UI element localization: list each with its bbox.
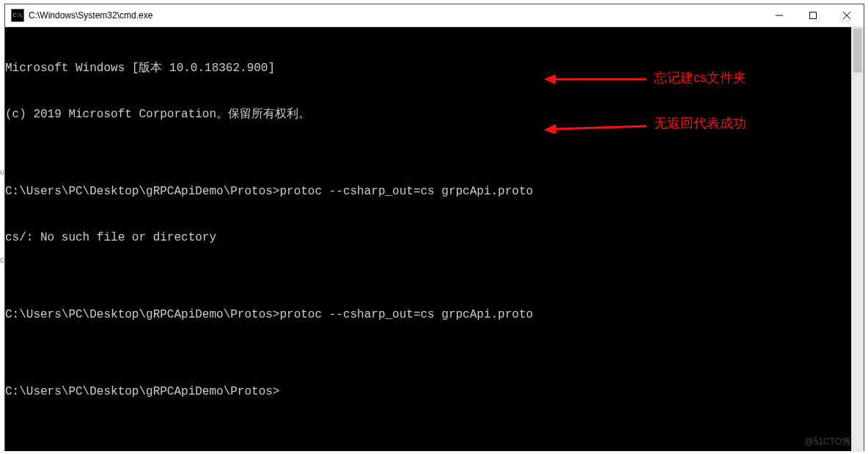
svg-rect-1 bbox=[810, 12, 817, 19]
terminal-line: Microsoft Windows [版本 10.0.18362.900] bbox=[5, 61, 851, 76]
watermark-text: @51CTO博 bbox=[804, 436, 850, 448]
maximize-button[interactable] bbox=[796, 4, 830, 26]
cmd-icon: C:\ bbox=[11, 9, 24, 22]
close-icon bbox=[843, 12, 850, 19]
minimize-icon bbox=[776, 12, 783, 19]
terminal-area[interactable]: Microsoft Windows [版本 10.0.18362.900] (c… bbox=[5, 27, 864, 451]
window-controls bbox=[762, 4, 864, 26]
window-title: C:\Windows\System32\cmd.exe bbox=[29, 10, 762, 21]
cmd-window: C:\ C:\Windows\System32\cmd.exe bbox=[4, 4, 864, 451]
minimize-button[interactable] bbox=[762, 4, 796, 26]
maximize-icon bbox=[809, 12, 817, 19]
terminal-output: Microsoft Windows [版本 10.0.18362.900] (c… bbox=[5, 27, 851, 451]
terminal-line: C:\Users\PC\Desktop\gRPCApiDemo\Protos>p… bbox=[5, 307, 851, 323]
vertical-scrollbar[interactable] bbox=[851, 27, 864, 451]
terminal-line: C:\Users\PC\Desktop\gRPCApiDemo\Protos> bbox=[5, 384, 851, 400]
scrollbar-thumb[interactable] bbox=[853, 29, 862, 73]
terminal-line: (c) 2019 Microsoft Corporation。保留所有权利。 bbox=[5, 107, 851, 122]
title-bar[interactable]: C:\ C:\Windows\System32\cmd.exe bbox=[5, 4, 864, 27]
terminal-line: C:\Users\PC\Desktop\gRPCApiDemo\Protos>p… bbox=[5, 184, 851, 199]
close-button[interactable] bbox=[830, 4, 864, 26]
terminal-line: cs/: No such file or directory bbox=[5, 230, 851, 246]
